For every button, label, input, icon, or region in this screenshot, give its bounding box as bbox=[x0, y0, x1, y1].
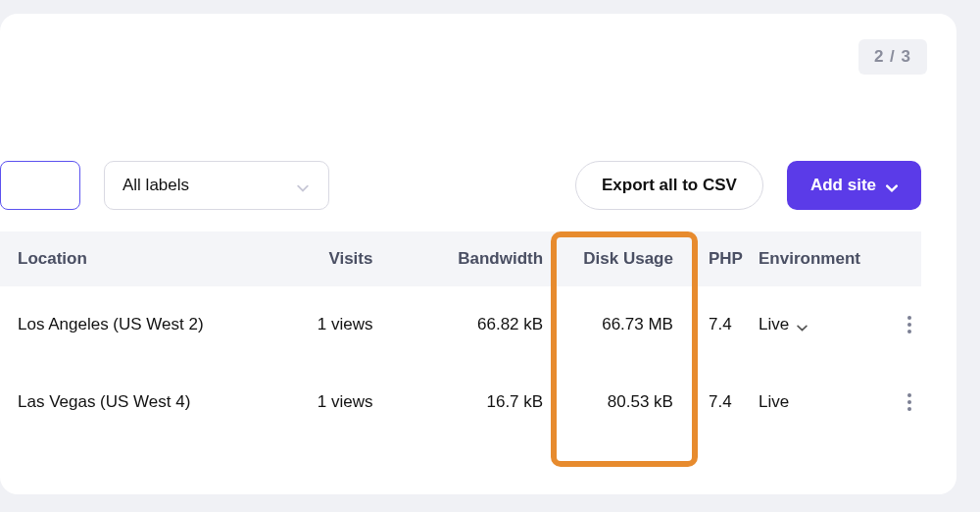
env-label: Live bbox=[759, 392, 789, 412]
cell-env: Live bbox=[741, 364, 881, 441]
env-label: Live bbox=[759, 315, 789, 334]
row-actions-menu[interactable] bbox=[899, 314, 920, 335]
col-bandwidth[interactable]: Bandwidth bbox=[390, 231, 561, 286]
cell-php: 7.4 bbox=[691, 364, 741, 441]
table-row[interactable]: Los Angeles (US West 2) 1 views 66.82 kB… bbox=[0, 286, 921, 364]
add-site-label: Add site bbox=[810, 176, 876, 195]
cell-disk: 66.73 MB bbox=[561, 286, 691, 364]
col-location[interactable]: Location bbox=[0, 231, 240, 286]
cell-location: Las Vegas (US West 4) bbox=[0, 364, 240, 441]
sites-table: Location Visits Bandwidth Disk Usage PHP… bbox=[0, 231, 921, 494]
cell-bandwidth: 66.82 kB bbox=[390, 286, 561, 364]
col-disk[interactable]: Disk Usage bbox=[561, 231, 691, 286]
cell-env[interactable]: Live bbox=[741, 286, 881, 364]
pagination-badge: 2 / 3 bbox=[858, 39, 927, 75]
search-input[interactable] bbox=[0, 161, 80, 210]
cell-php: 7.4 bbox=[691, 286, 741, 364]
row-actions-menu[interactable] bbox=[899, 391, 920, 413]
table-row[interactable]: Las Vegas (US West 4) 1 views 16.7 kB 80… bbox=[0, 364, 921, 441]
cell-bandwidth: 16.7 kB bbox=[390, 364, 561, 441]
cell-location: Los Angeles (US West 2) bbox=[0, 286, 240, 364]
cell-visits: 1 views bbox=[240, 286, 390, 364]
chevron-down-icon bbox=[886, 179, 898, 191]
cell-disk: 80.53 kB bbox=[561, 364, 691, 441]
main-panel: 2 / 3 All labels Export all to CSV Add s… bbox=[0, 14, 956, 494]
col-php[interactable]: PHP bbox=[691, 231, 741, 286]
toolbar-row: All labels Export all to CSV Add site bbox=[0, 161, 921, 210]
export-csv-button[interactable]: Export all to CSV bbox=[575, 161, 763, 210]
col-visits[interactable]: Visits bbox=[240, 231, 390, 286]
add-site-button[interactable]: Add site bbox=[787, 161, 921, 210]
labels-filter-label: All labels bbox=[122, 176, 189, 195]
chevron-down-icon bbox=[797, 319, 808, 331]
chevron-down-icon bbox=[297, 179, 309, 191]
cell-visits: 1 views bbox=[240, 364, 390, 441]
labels-filter-select[interactable]: All labels bbox=[104, 161, 329, 210]
col-env[interactable]: Environment bbox=[741, 231, 881, 286]
